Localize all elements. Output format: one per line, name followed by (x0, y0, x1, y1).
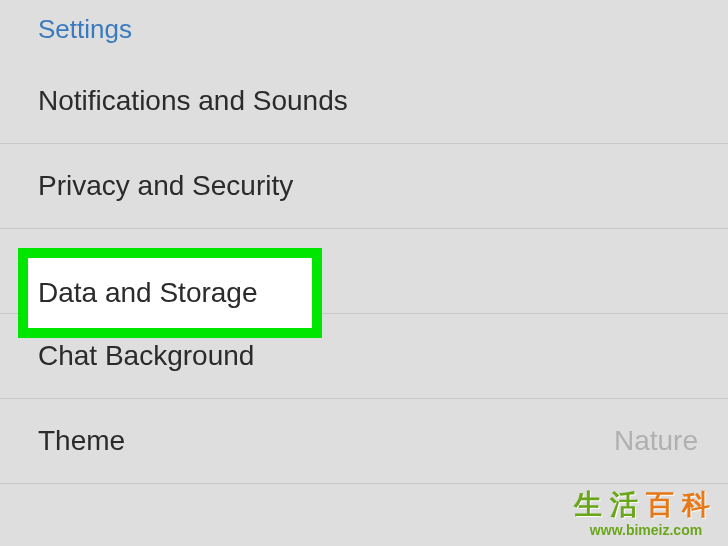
list-item-label: Theme (38, 425, 125, 456)
list-item-privacy-security[interactable]: Privacy and Security (0, 144, 728, 229)
watermark: 生活百科 www.bimeiz.com (574, 486, 718, 538)
highlight-label: Data and Storage (38, 277, 258, 309)
watermark-cn-part2: 百科 (646, 489, 718, 520)
watermark-cn-text: 生活百科 (574, 486, 718, 524)
settings-section-header: Settings (0, 0, 728, 59)
list-item-value: Nature (614, 425, 698, 457)
list-item-label: Notifications and Sounds (38, 85, 348, 116)
watermark-url: www.bimeiz.com (590, 522, 702, 538)
list-item-label: Privacy and Security (38, 170, 293, 201)
list-item-notifications-sounds[interactable]: Notifications and Sounds (0, 59, 728, 144)
list-item-label: Chat Background (38, 340, 254, 371)
list-item-theme[interactable]: Theme Nature (0, 399, 728, 484)
highlight-box-data-storage: Data and Storage (18, 248, 322, 338)
watermark-cn-part1: 生活 (574, 489, 646, 520)
